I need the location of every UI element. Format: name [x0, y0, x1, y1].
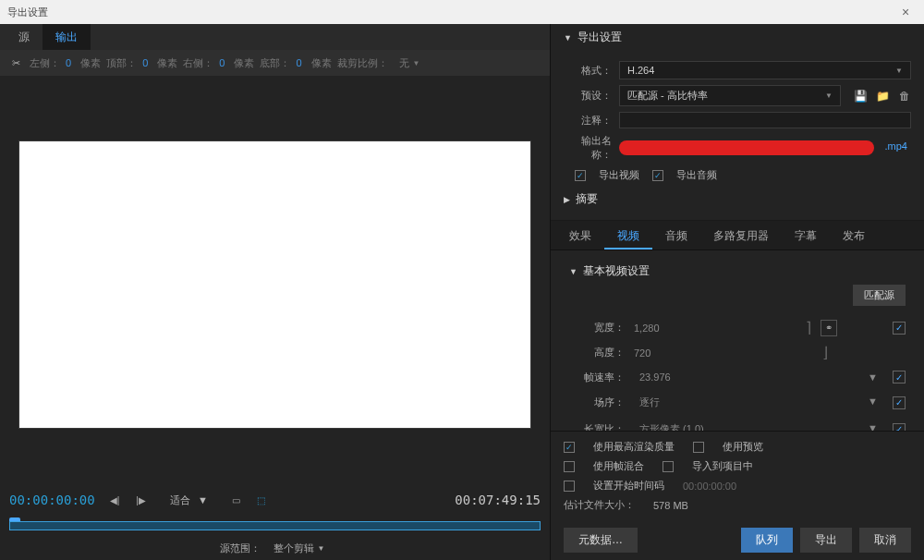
aspect-label: 长宽比：	[569, 422, 625, 431]
video-settings-body: 基本视频设置 匹配源 宽度： 1,280 ⌉ ⚭ 高度： 720 ⌋ 帧速率： …	[551, 250, 924, 431]
step-back-icon[interactable]: ◀|	[108, 493, 122, 507]
bracket: ⌋	[822, 344, 828, 361]
crop-right-value[interactable]: 0	[219, 57, 225, 68]
source-range-value: 整个剪辑	[274, 542, 314, 555]
crop-top-value[interactable]: 0	[142, 57, 148, 68]
width-label: 宽度：	[569, 321, 625, 335]
field-label: 场序：	[569, 396, 625, 409]
zoom-fit-dropdown[interactable]: 适合▼	[161, 492, 217, 509]
export-video-label: 导出视频	[599, 168, 639, 182]
max-quality-checkbox[interactable]	[564, 442, 575, 453]
px-unit: 像素	[234, 56, 254, 70]
disclosure-icon	[564, 195, 570, 204]
export-settings-title: 导出设置	[578, 30, 622, 45]
import-project-label: 导入到项目中	[692, 459, 753, 473]
export-settings-section: 格式： H.264▼ 预设： 匹配源 - 高比特率▼ 💾 📁 🗑 注释： 输出名…	[551, 51, 924, 221]
frame-blend-checkbox[interactable]	[564, 461, 575, 472]
chevron-down-icon: ▼	[318, 544, 325, 553]
aspect-dropdown[interactable]: 方形像素 (1.0)▼	[634, 420, 883, 431]
disclosure-icon	[569, 267, 578, 276]
estimate-value: 578 MB	[653, 500, 688, 511]
step-fwd-icon[interactable]: |▶	[134, 493, 148, 507]
settings-tabs: 效果 视频 音频 多路复用器 字幕 发布	[551, 221, 924, 250]
export-audio-checkbox[interactable]	[652, 170, 663, 181]
delete-preset-icon[interactable]: 🗑	[898, 90, 911, 103]
format-dropdown[interactable]: H.264▼	[619, 61, 911, 79]
queue-button[interactable]: 队列	[741, 528, 793, 553]
footer-options: 使用最高渲染质量 使用预览 使用帧混合 导入到项目中 设置开始时间码 00:00…	[551, 431, 924, 520]
match-source-button[interactable]: 匹配源	[853, 285, 906, 306]
use-preview-checkbox[interactable]	[693, 442, 704, 453]
summary-header[interactable]: 摘要	[564, 186, 911, 213]
aspect-correct-icon[interactable]: ▭	[230, 493, 242, 507]
export-video-checkbox[interactable]	[575, 170, 586, 181]
fps-match-checkbox[interactable]	[893, 371, 906, 383]
aspect-match-checkbox[interactable]	[893, 423, 906, 432]
export-settings-header[interactable]: 导出设置	[551, 24, 924, 51]
chevron-down-icon: ▼	[868, 422, 878, 431]
settings-panel: 导出设置 格式： H.264▼ 预设： 匹配源 - 高比特率▼ 💾 📁 🗑 注释…	[550, 24, 924, 560]
field-dropdown[interactable]: 逐行▼	[634, 393, 883, 412]
preview-area	[0, 76, 550, 484]
output-name-label: 输出名称：	[564, 134, 612, 162]
window-title: 导出设置	[7, 6, 48, 19]
metadata-button[interactable]: 元数据…	[564, 528, 638, 553]
tab-effects[interactable]: 效果	[556, 221, 604, 250]
crop-left-value[interactable]: 0	[66, 57, 71, 68]
tab-video[interactable]: 视频	[604, 221, 652, 250]
import-project-checkbox[interactable]	[663, 461, 674, 472]
source-range-dropdown[interactable]: 整个剪辑▼	[268, 540, 331, 557]
start-timecode-label: 设置开始时间码	[593, 479, 664, 493]
width-match-checkbox[interactable]	[893, 322, 906, 335]
frame-blend-label: 使用帧混合	[593, 459, 644, 473]
close-icon[interactable]: ×	[894, 5, 917, 19]
comment-field[interactable]	[619, 112, 911, 128]
scrub-track[interactable]	[9, 521, 541, 530]
chevron-down-icon: ▼	[413, 59, 420, 67]
chevron-down-icon: ▼	[895, 67, 903, 75]
tab-publish[interactable]: 发布	[830, 221, 878, 250]
tab-multiplexer[interactable]: 多路复用器	[700, 221, 782, 250]
crop-bottom-label: 底部：	[260, 56, 290, 70]
start-timecode-checkbox[interactable]	[564, 481, 575, 492]
save-preset-icon[interactable]: 💾	[854, 90, 867, 103]
export-button[interactable]: 导出	[800, 528, 852, 553]
tab-audio[interactable]: 音频	[652, 221, 700, 250]
chevron-down-icon: ▼	[868, 396, 878, 409]
fps-label: 帧速率：	[569, 371, 625, 384]
basic-video-header[interactable]: 基本视频设置	[569, 258, 906, 285]
height-value[interactable]: 720	[634, 347, 650, 359]
link-icon[interactable]: ⚭	[821, 320, 837, 336]
fps-dropdown[interactable]: 23.976▼	[634, 369, 883, 385]
chevron-down-icon: ▼	[198, 494, 208, 505]
timecode-out[interactable]: 00:07:49:15	[455, 493, 541, 507]
height-label: 高度：	[569, 346, 625, 359]
tab-source[interactable]: 源	[6, 24, 43, 51]
field-match-checkbox[interactable]	[893, 396, 906, 409]
comment-label: 注释：	[564, 114, 612, 128]
scrubber[interactable]	[0, 516, 550, 536]
output-name-link[interactable]	[619, 140, 874, 155]
crop-bottom-value[interactable]: 0	[296, 57, 301, 68]
format-label: 格式：	[564, 64, 612, 78]
px-unit: 像素	[157, 56, 177, 70]
preset-value: 匹配源 - 高比特率	[627, 89, 708, 103]
time-bar: 00:00:00:00 ◀| |▶ 适合▼ ▭ ⬚ 00:07:49:15	[0, 484, 550, 516]
crop-ratio-dropdown[interactable]: 无▼	[394, 55, 426, 72]
zoom-fit-label: 适合	[170, 493, 190, 507]
tab-output[interactable]: 输出	[43, 24, 91, 51]
crop-icon[interactable]: ✂	[7, 55, 24, 71]
fps-value: 23.976	[639, 371, 671, 383]
px-unit: 像素	[80, 56, 101, 70]
source-range-row: 源范围： 整个剪辑▼	[0, 536, 550, 560]
tab-captions[interactable]: 字幕	[782, 221, 830, 250]
preset-dropdown[interactable]: 匹配源 - 高比特率▼	[619, 85, 841, 106]
chevron-down-icon: ▼	[825, 91, 833, 100]
cancel-button[interactable]: 取消	[859, 528, 911, 553]
in-out-icon[interactable]: ⬚	[255, 493, 267, 507]
width-value[interactable]: 1,280	[634, 323, 660, 334]
basic-video-title: 基本视频设置	[583, 263, 650, 279]
import-preset-icon[interactable]: 📁	[876, 90, 889, 103]
timecode-in[interactable]: 00:00:00:00	[9, 493, 95, 507]
crop-top-label: 顶部：	[106, 56, 137, 70]
